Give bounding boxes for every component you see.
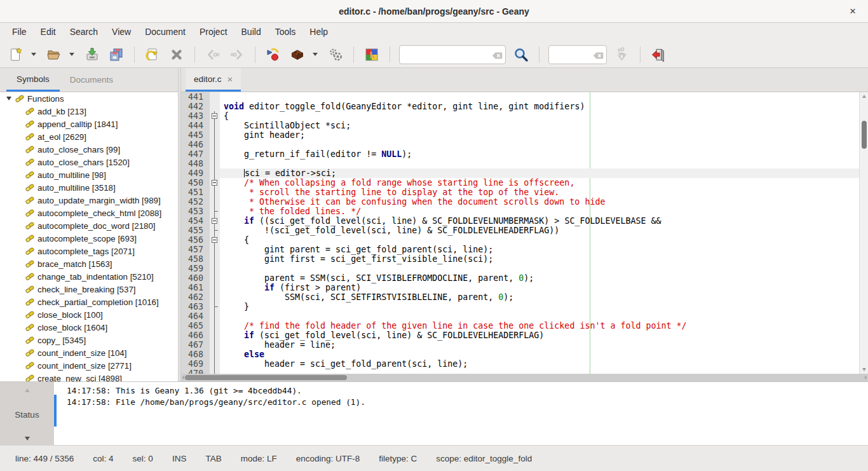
symbol-item[interactable]: autocomplete_doc_word [2180] <box>0 219 178 232</box>
code-line[interactable]: 447 g_return_if_fail(editor != NULL); <box>181 149 859 159</box>
goto-line-button[interactable] <box>611 44 633 65</box>
code-line[interactable]: 461 if (first > parent) <box>181 283 859 292</box>
navigate-forward-button[interactable] <box>226 44 248 65</box>
symbol-item[interactable]: copy_ [5345] <box>0 334 178 346</box>
symbol-item[interactable]: autocomplete_tags [2071] <box>0 245 178 257</box>
symbol-item[interactable]: auto_close_chars [1520] <box>0 156 178 168</box>
editor-horizontal-scrollbar[interactable] <box>181 374 868 381</box>
menu-file[interactable]: File <box>5 23 34 41</box>
code-editor[interactable]: 441442void editor_toggle_fold(GeanyEdito… <box>181 92 859 374</box>
vertical-scroll-thumb[interactable] <box>862 121 867 149</box>
symbol-item[interactable]: auto_close_chars [99] <box>0 143 178 156</box>
tabs-scroll-down-icon[interactable] <box>25 437 30 440</box>
code-line[interactable]: 465 /* find the fold header of the given… <box>181 321 859 331</box>
code-line[interactable]: 449 sci = editor->sci; <box>181 168 859 178</box>
symbols-tree[interactable]: Functionsadd_kb [213]append_calltip [184… <box>0 92 178 381</box>
scroll-right-arrow-icon[interactable] <box>865 376 867 379</box>
tabs-scroll-up-icon[interactable] <box>25 388 30 392</box>
clear-entry-icon[interactable] <box>593 51 604 62</box>
code-line[interactable]: 446 <box>181 140 859 149</box>
tab-documents[interactable]: Documents <box>60 68 123 92</box>
code-line[interactable]: 448 <box>181 159 859 168</box>
close-file-button[interactable] <box>166 44 187 65</box>
tab-symbols[interactable]: Symbols <box>6 68 60 92</box>
symbol-item[interactable]: autocomplete_scope [693] <box>0 232 178 245</box>
tab-status[interactable]: Status <box>15 410 39 420</box>
symbol-item[interactable]: change_tab_indentation [5210] <box>0 270 178 283</box>
fold-toggle-icon[interactable] <box>210 235 220 245</box>
symbol-item[interactable]: auto_multiline [3518] <box>0 181 178 194</box>
code-line[interactable]: 457 gint parent = sci_get_fold_parent(sc… <box>181 245 859 254</box>
color-chooser-button[interactable] <box>361 44 383 65</box>
menu-edit[interactable]: Edit <box>34 23 63 41</box>
search-input[interactable] <box>400 46 505 64</box>
code-line[interactable]: 462 SSM(sci, SCI_SETFIRSTVISIBLELINE, pa… <box>181 292 859 302</box>
code-line[interactable]: 451 * scroll the starting line to displa… <box>181 188 859 197</box>
code-line[interactable]: 459 <box>181 264 859 273</box>
new-file-button[interactable] <box>5 44 27 65</box>
code-line[interactable]: 454 if ((sci_get_fold_level(sci, line) &… <box>181 216 859 226</box>
symbol-item[interactable]: autocomplete_check_html [2088] <box>0 207 178 219</box>
compile-button[interactable] <box>262 44 284 65</box>
editor-vertical-scrollbar[interactable] <box>859 92 868 374</box>
symbol-item[interactable]: create_new_sci [4898] <box>0 372 178 381</box>
symbol-item[interactable]: count_indent_size [2771] <box>0 359 178 372</box>
menu-document[interactable]: Document <box>138 23 193 41</box>
clear-entry-icon[interactable] <box>492 51 503 62</box>
scroll-up-arrow-icon[interactable] <box>862 95 866 98</box>
fold-toggle-icon[interactable] <box>210 216 220 226</box>
fold-toggle-icon[interactable] <box>210 178 220 188</box>
symbol-item[interactable]: count_indent_size [104] <box>0 346 178 359</box>
scroll-left-arrow-icon[interactable] <box>182 376 184 379</box>
build-dropdown-button[interactable] <box>309 44 321 65</box>
menu-help[interactable]: Help <box>302 23 335 41</box>
menu-build[interactable]: Build <box>234 23 268 41</box>
symbol-item[interactable]: add_kb [213] <box>0 105 178 118</box>
symbol-item[interactable]: auto_update_margin_width [989] <box>0 194 178 207</box>
code-line[interactable]: 443{ <box>181 111 859 121</box>
menu-search[interactable]: Search <box>63 23 105 41</box>
code-line[interactable]: 466 if (sci_get_fold_level(sci, line) & … <box>181 331 859 340</box>
code-line[interactable]: 467 header = line; <box>181 340 859 350</box>
code-line[interactable]: 456 { <box>181 235 859 245</box>
build-button[interactable] <box>287 44 308 65</box>
tab-close-icon[interactable]: × <box>227 74 233 85</box>
execute-button[interactable] <box>325 44 346 65</box>
menu-tools[interactable]: Tools <box>268 23 303 41</box>
code-line[interactable]: 468 else <box>181 350 859 359</box>
symbol-item[interactable]: close_block [1604] <box>0 321 178 334</box>
menu-view[interactable]: View <box>105 23 138 41</box>
symbol-item[interactable]: at_eol [2629] <box>0 130 178 143</box>
navigate-back-button[interactable] <box>202 44 224 65</box>
code-line[interactable]: 463 } <box>181 302 859 311</box>
revert-button[interactable] <box>142 44 163 65</box>
menu-project[interactable]: Project <box>193 23 234 41</box>
open-file-button[interactable] <box>43 44 65 65</box>
code-line[interactable]: 441 <box>181 92 859 102</box>
code-line[interactable]: 445 gint header; <box>181 130 859 140</box>
horizontal-scroll-thumb[interactable] <box>185 375 347 380</box>
open-file-dropdown-button[interactable] <box>66 44 78 65</box>
code-line[interactable]: 469 header = sci_get_fold_parent(sci, li… <box>181 359 859 369</box>
symbol-item[interactable]: brace_match [1563] <box>0 257 178 270</box>
quit-button[interactable] <box>648 44 669 65</box>
code-line[interactable]: 464 <box>181 311 859 321</box>
code-line[interactable]: 455 !(sci_get_fold_level(sci, line) & SC… <box>181 226 859 235</box>
window-close-button[interactable]: × <box>844 3 862 20</box>
code-line[interactable]: 450 /* When collapsing a fold range whos… <box>181 178 859 188</box>
code-line[interactable]: 442void editor_toggle_fold(GeanyEditor *… <box>181 102 859 111</box>
symbol-item[interactable]: append_calltip [1841] <box>0 118 178 130</box>
tab-editor-c[interactable]: editor.c × <box>186 68 241 92</box>
search-button[interactable] <box>510 44 532 65</box>
new-file-dropdown-button[interactable] <box>28 44 39 65</box>
fold-toggle-icon[interactable] <box>210 111 220 121</box>
expander-icon[interactable] <box>5 95 13 102</box>
code-line[interactable]: 453 * the folded lines. */ <box>181 207 859 216</box>
save-all-button[interactable] <box>105 44 127 65</box>
code-line[interactable]: 452 * Otherwise it can be confusing when… <box>181 197 859 207</box>
symbol-item[interactable]: check_partial_completion [1016] <box>0 296 178 308</box>
symbol-item[interactable]: close_block [100] <box>0 308 178 321</box>
code-line[interactable]: 470 <box>181 369 859 374</box>
tree-root-functions[interactable]: Functions <box>0 92 178 105</box>
scroll-down-arrow-icon[interactable] <box>862 368 866 371</box>
